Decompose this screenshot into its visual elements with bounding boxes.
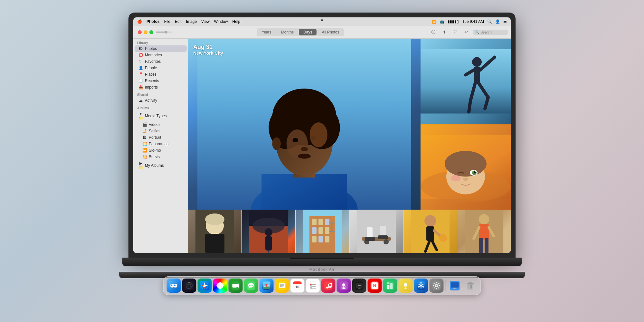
sidebar-item-recents[interactable]: 🕐 Recents [135, 78, 187, 84]
dock-keynote[interactable] [399, 279, 413, 293]
dock-news[interactable]: N [368, 279, 382, 293]
dock-finder[interactable] [167, 279, 181, 293]
apple-menu[interactable]: 🍎 [137, 19, 142, 24]
sidebar-item-imports[interactable]: 📥 Imports [135, 84, 187, 90]
svg-point-29 [445, 151, 487, 177]
sidebar-item-photos[interactable]: 🖼 Photos [135, 45, 187, 52]
dock-settings[interactable] [430, 279, 444, 293]
svg-rect-178 [436, 288, 437, 289]
sidebar-item-my-albums[interactable]: ▶📁 My Albums [135, 160, 187, 171]
dock-screensaver[interactable] [448, 279, 462, 293]
menubar-help[interactable]: Help [232, 19, 241, 24]
menubar-file[interactable]: File [164, 19, 170, 24]
sidebar-item-my-albums-label: My Albums [145, 163, 164, 168]
side-photo-top[interactable] [421, 39, 511, 124]
dock-reminders[interactable] [306, 279, 320, 293]
sidebar-item-slo-mo[interactable]: ⏩ Slo-mo [135, 147, 187, 154]
svg-point-143 [329, 286, 332, 288]
svg-rect-134 [309, 281, 317, 290]
macbook: 🍎 Photos File Edit Image View Window Hel… [119, 13, 525, 309]
svg-rect-73 [426, 226, 434, 241]
svg-rect-83 [485, 238, 488, 253]
dock-calendar[interactable]: 10 [290, 279, 305, 293]
dock-podcasts[interactable] [337, 279, 351, 293]
dock-container: 10 [163, 276, 481, 295]
sidebar-item-selfies[interactable]: 🤳 Selfies [135, 128, 187, 134]
sidebar-item-portrait[interactable]: 🖼 Portrait [135, 134, 187, 141]
sidebar-item-memories[interactable]: ⭕ Memories [135, 52, 187, 58]
fullscreen-button[interactable] [149, 30, 153, 34]
svg-line-25 [469, 101, 470, 112]
menubar-view[interactable]: View [201, 19, 210, 24]
control-center-icon[interactable]: ☰ [503, 19, 507, 24]
svg-rect-196 [469, 282, 472, 284]
svg-rect-177 [436, 282, 437, 283]
dock-numbers[interactable] [383, 279, 397, 293]
dock-trash[interactable] [463, 279, 478, 293]
panoramas-icon: 🌅 [142, 142, 147, 146]
search-input[interactable] [480, 30, 506, 34]
sidebar-item-activity[interactable]: ☁ Activity [135, 97, 187, 104]
dock-launchpad[interactable] [182, 279, 196, 293]
podcasts-icon [340, 281, 348, 290]
dock-safari[interactable] [198, 279, 212, 293]
sidebar-item-memories-label: Memories [145, 53, 162, 57]
dock-tv[interactable]: TV [352, 279, 366, 293]
portrait-icon: 🖼 [142, 135, 147, 140]
tab-all-photos[interactable]: All Photos [317, 29, 344, 35]
news-icon: N [371, 281, 379, 290]
dock-messages[interactable] [244, 279, 258, 293]
selfies-icon: 🤳 [142, 129, 147, 133]
sidebar-item-media-types[interactable]: ▼📁 Media Types [135, 110, 187, 121]
hero-photo[interactable]: Aug 31 New York City [188, 39, 421, 210]
strip-photo-6[interactable] [457, 210, 511, 253]
sidebar-item-videos[interactable]: 🎬 Videos [135, 121, 187, 128]
sidebar-item-bursts[interactable]: 💥 Bursts [135, 154, 187, 160]
svg-point-135 [310, 284, 312, 285]
minimize-button[interactable] [144, 30, 147, 34]
menubar-app-name[interactable]: Photos [147, 19, 160, 24]
favorite-button[interactable]: ♡ [451, 28, 460, 37]
zoom-slider[interactable] [156, 32, 172, 33]
svg-rect-161 [390, 283, 393, 289]
search-menubar-icon[interactable]: 🔍 [487, 19, 492, 24]
side-photo-bottom[interactable] [421, 124, 511, 210]
user-icon[interactable]: 👤 [495, 19, 500, 24]
sidebar-item-panoramas[interactable]: 🌅 Panoramas [135, 141, 187, 147]
svg-rect-82 [479, 238, 483, 253]
dock-maps[interactable] [260, 279, 274, 293]
notes-icon [278, 281, 286, 290]
menubar: 🍎 Photos File Edit Image View Window Hel… [133, 17, 511, 26]
dock-notes[interactable] [275, 279, 289, 293]
tab-months[interactable]: Months [277, 29, 298, 35]
strip-photo-2[interactable] [242, 210, 295, 253]
strip-photo-5[interactable] [403, 210, 457, 253]
tab-years[interactable]: Years [257, 29, 276, 35]
menubar-image[interactable]: Image [186, 19, 197, 24]
strip-photo-4[interactable] [350, 210, 403, 253]
sidebar-item-people-label: People [145, 66, 157, 70]
dock-music[interactable] [321, 279, 336, 293]
menubar-window[interactable]: Window [214, 19, 228, 24]
sidebar-item-favorites[interactable]: ♡ Favorites [135, 58, 187, 65]
kid-svg [421, 124, 511, 210]
dock-facetime[interactable] [229, 279, 243, 293]
strip-photo-1[interactable] [188, 210, 242, 253]
sidebar-item-people[interactable]: 👤 People [135, 65, 187, 71]
music-icon [324, 281, 333, 290]
sidebar-item-places[interactable]: 📍 Places [135, 71, 187, 78]
close-button[interactable] [138, 30, 142, 34]
svg-point-65 [384, 239, 389, 244]
dock-photos[interactable] [213, 279, 227, 293]
hero-location: New York City [193, 51, 223, 56]
tab-days[interactable]: Days [299, 29, 317, 35]
svg-rect-150 [343, 288, 345, 289]
strip-photo-3[interactable] [296, 210, 349, 253]
info-button[interactable]: ⓘ [429, 28, 438, 37]
menubar-edit[interactable]: Edit [175, 19, 182, 24]
svg-point-148 [342, 283, 346, 287]
dock-appstore[interactable] [414, 279, 428, 293]
rotate-button[interactable]: ↩ [462, 28, 471, 37]
share-button[interactable]: ⬆ [440, 28, 449, 37]
places-icon: 📍 [138, 72, 143, 77]
